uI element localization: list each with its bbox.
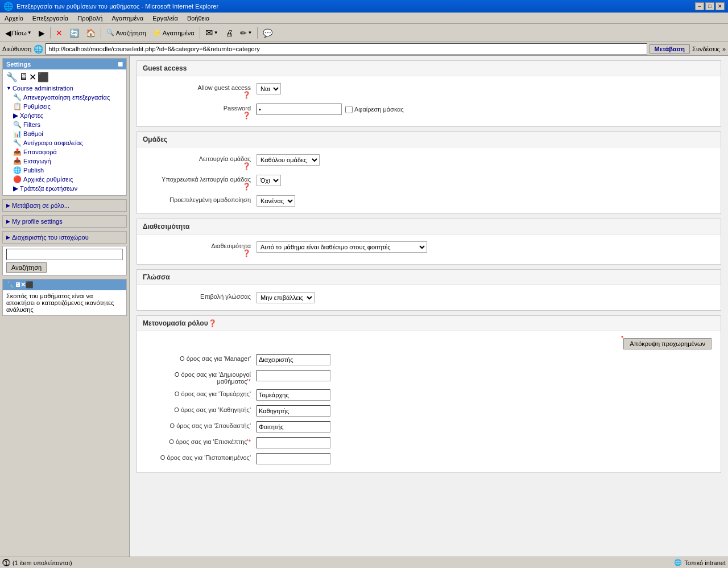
filters-label: Filters [23, 121, 40, 128]
forward-arrow-icon: ▶ [39, 28, 45, 38]
profile-settings-label: My profile settings [12, 218, 63, 225]
menu-edit[interactable]: Επεξεργασία [30, 14, 71, 22]
print-button[interactable]: 🖨 [222, 26, 236, 40]
student-input[interactable] [257, 421, 330, 433]
authenticated-input[interactable] [257, 453, 330, 464]
default-grouping-select[interactable]: Κανένας [257, 195, 295, 207]
role-rename-help-icon[interactable]: ❓ [208, 319, 217, 327]
menu-help[interactable]: Βοήθεια [185, 14, 212, 22]
refresh-button[interactable]: 🔄 [67, 26, 82, 40]
menu-tools[interactable]: Εργαλεία [150, 14, 180, 22]
guest-label-text: Ο όρος σας για 'Επισκέπτης'* [169, 438, 251, 445]
group-mode-select[interactable]: Καθόλου ομάδες Ορατές ομάδες Χωριστές ομ… [257, 154, 320, 166]
minimize-button[interactable]: – [695, 2, 704, 10]
sidebar-item-grades[interactable]: 📊 Βαθμοί [6, 129, 123, 138]
allow-guest-select[interactable]: Ναι Όχι [257, 83, 281, 94]
sidebar-item-publish[interactable]: 🌐 Publish [6, 166, 123, 175]
group-mode-label: Λειτουργία ομάδας ❓ [143, 154, 257, 170]
search-button[interactable]: 🔍 Αναζήτηση [104, 26, 149, 40]
stop-button[interactable]: ✕ [53, 26, 65, 40]
course-admin-triangle-icon: ▼ [6, 85, 11, 91]
password-input[interactable] [257, 104, 342, 115]
back-button[interactable]: ◀ Πίσω ▼ [2, 26, 35, 40]
groups-title: Ομάδες [137, 132, 721, 147]
go-button[interactable]: Μετάβαση [650, 44, 690, 53]
home-button[interactable]: 🏠 [83, 26, 98, 40]
guest-input[interactable] [257, 437, 330, 448]
menu-bar: Αρχείο Επεξεργασία Προβολή Αγαπημένα Εργ… [0, 13, 728, 24]
restore-button[interactable]: □ [705, 2, 714, 10]
mail-button[interactable]: ✉ ▼ [202, 26, 221, 40]
sidebar-item-restore[interactable]: 📤 Επαναφορά [6, 147, 123, 157]
availability-select[interactable]: Αυτό το μάθημα είναι διαθέσιμο στους φοι… [257, 241, 427, 253]
deactivate-icon: 🔧 [13, 93, 22, 101]
teacher-input[interactable] [257, 405, 330, 417]
course-creators-input[interactable] [257, 370, 330, 381]
authenticated-row: Ο όρος σας για 'Πιστοποιημένος' [143, 451, 715, 467]
users-triangle-icon: ▶ [13, 112, 18, 120]
profile-settings-header[interactable]: ▶ My profile settings [2, 215, 127, 228]
sidebar-item-import[interactable]: 📥 Εισαγωγή [6, 157, 123, 166]
info-text: Σκοπός του μαθήματος είναι να αποκτήσει … [6, 293, 114, 313]
allow-guest-help-icon[interactable]: ❓ [242, 91, 251, 99]
sidebar-item-backup[interactable]: 🔧 Αντίγραφο ασφαλείας [6, 138, 123, 147]
sidebar-item-initial-settings[interactable]: 🔴 Αρχικές ρυθμίσεις [6, 175, 123, 184]
tomearchis-control [257, 389, 715, 401]
window-title: Επεξεργασία των ρυθμίσεων του μαθήματος … [16, 3, 218, 10]
address-input[interactable] [46, 43, 647, 55]
search-button[interactable]: Αναζήτηση [6, 262, 47, 273]
site-admin-header[interactable]: ▶ Διαχειριστής του ιστοχώρου [2, 231, 127, 244]
sidebar: Settings ◼ 🔧 🖥 ✕ ⬛ ▼ Course administrati… [0, 56, 130, 557]
grades-label: Βαθμοί [23, 130, 43, 137]
favorites-button[interactable]: ⭐ Αγαπημένα [150, 26, 197, 40]
edit-button[interactable]: ✏ ▼ [237, 26, 255, 40]
availability-control: Αυτό το μάθημα είναι διαθέσιμο στους φοι… [257, 241, 715, 253]
tomearchis-label: Ο όρος σας για 'Τομεάρχης' [143, 389, 257, 397]
forward-button[interactable]: ▶ [36, 26, 48, 40]
password-help-icon[interactable]: ❓ [242, 112, 251, 120]
group-mode-label-text: Λειτουργία ομάδας [199, 155, 251, 162]
sidebar-item-deactivate[interactable]: 🔧 Απενεργοποίηση επεξεργασίας [6, 93, 123, 102]
sidebar-item-question-bank[interactable]: ▶ Τράπεζα ερωτήσεων [6, 184, 123, 193]
hide-advanced-button[interactable]: Απόκρυψη προχωρημένων [623, 338, 712, 349]
sidebar-item-settings[interactable]: 📋 Ρυθμίσεις [6, 102, 123, 111]
settings-icon-3: ✕ [29, 72, 36, 83]
allow-guest-row: Allow guest access ❓ Ναι Όχι [143, 81, 715, 101]
group-mode-help-icon[interactable]: ❓ [242, 162, 251, 170]
groups-content: Λειτουργία ομάδας ❓ Καθόλου ομάδες Ορατέ… [137, 147, 721, 213]
question-bank-triangle-icon: ▶ [13, 184, 18, 192]
messenger-button[interactable]: 💬 [260, 26, 275, 40]
menu-favorites[interactable]: Αγαπημένα [109, 14, 146, 22]
double-arrow-icon: » [722, 46, 726, 52]
settings-icons: 🔧 🖥 ✕ ⬛ [6, 72, 123, 83]
profile-settings-triangle-icon: ▶ [6, 219, 10, 224]
sidebar-item-users[interactable]: ▶ Χρήστες [6, 111, 123, 120]
menu-file[interactable]: Αρχείο [2, 14, 26, 22]
menu-view[interactable]: Προβολή [75, 14, 105, 22]
back-label: Πίσω [12, 30, 27, 36]
role-switch-label: Μετάβαση σε ρόλο... [12, 202, 69, 209]
course-creators-label: Ο όρος σας για 'Δημιουργοί μαθήματος'* [143, 370, 257, 385]
search-input[interactable] [6, 249, 123, 260]
manager-input[interactable] [257, 354, 330, 365]
mail-icon: ✉ [205, 27, 213, 38]
course-admin-label: Course administration [13, 85, 73, 92]
edit-dropdown-icon: ▼ [248, 30, 253, 35]
language-select[interactable]: Μην επιβάλλεις Ελληνικά Αγγλικά [257, 292, 315, 303]
remove-mask-checkbox[interactable] [345, 106, 353, 113]
sidebar-item-filters[interactable]: 🔍 Filters [6, 120, 123, 129]
guest-control [257, 437, 715, 448]
mandatory-group-help-icon[interactable]: ❓ [242, 183, 251, 191]
close-button[interactable]: ✕ [715, 2, 725, 10]
availability-help-icon[interactable]: ❓ [242, 249, 251, 257]
settings-block-content: 🔧 🖥 ✕ ⬛ ▼ Course administration 🔧 Απενερ… [3, 69, 126, 195]
settings-collapse-icon[interactable]: ◼ [118, 60, 123, 68]
role-switch-header[interactable]: ▶ Μετάβαση σε ρόλο... [2, 199, 127, 212]
filters-icon: 🔍 [13, 121, 22, 129]
course-admin-header[interactable]: ▼ Course administration [6, 85, 123, 92]
role-rename-content: * Απόκρυψη προχωρημένων Ο όρος σας για '… [137, 331, 721, 472]
tomearchis-input[interactable] [257, 389, 330, 401]
authenticated-label-text: Ο όρος σας για 'Πιστοποιημένος' [160, 454, 251, 461]
site-admin-label: Διαχειριστής του ιστοχώρου [12, 234, 89, 241]
mandatory-group-select[interactable]: Όχι Ναι [257, 175, 281, 186]
